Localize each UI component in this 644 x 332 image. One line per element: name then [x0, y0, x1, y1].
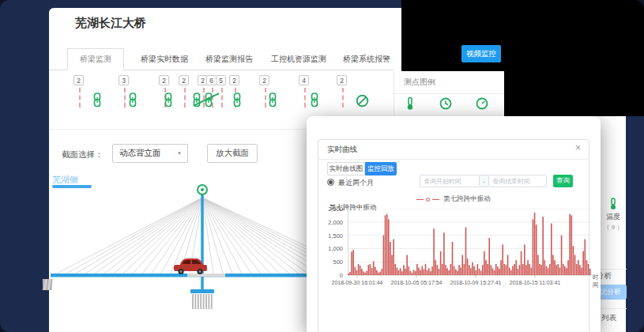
y-tick-label: 2,000 [314, 219, 343, 226]
query-end-time-input[interactable] [488, 175, 547, 187]
y-tick-label: 2,500 [314, 206, 343, 213]
bar [416, 264, 418, 275]
chain-sensor-icon[interactable] [310, 92, 319, 108]
bar [386, 214, 388, 275]
legend-item-temperature[interactable]: 温度 （ 9 ） [601, 198, 625, 232]
video-monitoring-button[interactable]: 视频监控 [461, 45, 501, 62]
tab-monitoring-playback[interactable]: 监控回放 [365, 162, 397, 175]
bar [421, 266, 423, 275]
bar [567, 260, 569, 275]
last-two-months-radio[interactable] [327, 179, 334, 186]
query-button[interactable]: 查询 [553, 175, 573, 187]
x-tick-label: 2018-09-30 16:01:44 [326, 280, 389, 285]
clock-icon[interactable] [439, 96, 453, 111]
bar [536, 224, 537, 275]
bar [450, 264, 452, 275]
bar [578, 260, 579, 275]
bar [475, 270, 476, 275]
bar [428, 268, 430, 275]
bar [397, 268, 398, 275]
bar [499, 269, 500, 275]
bar [401, 271, 403, 275]
last-two-months-label: 最近两个月 [338, 178, 374, 188]
realtime-curve-modal: 实时曲线 × 实时曲线图 监控回放 最近两个月 - 查询 第七跨跨中振动 第七跨… [307, 116, 601, 332]
bar [452, 242, 454, 275]
tab-realtime-curve-chart[interactable]: 实时曲线图 [327, 162, 365, 175]
bar [559, 268, 561, 275]
chain-sensor-icon[interactable] [232, 92, 242, 108]
bar [406, 255, 408, 275]
bar [554, 260, 555, 275]
bar [435, 260, 436, 275]
sensor-count-badge: 3 [119, 75, 129, 85]
bar [393, 240, 394, 275]
x-tick-label: 2018-10-09 15:27:41 [444, 280, 507, 285]
thermometer-icon[interactable] [404, 96, 416, 111]
sensor-count-badge: 2 [179, 75, 189, 85]
bar [352, 250, 354, 275]
bar [561, 236, 563, 275]
zoom-section-button[interactable]: 放大截面 [207, 144, 258, 163]
tab-ipc-resource-monitoring[interactable]: 工控机资源监测 [264, 48, 333, 70]
x-tick-label: 2018-10-15 11:03:41 [503, 280, 567, 285]
bar [446, 268, 448, 275]
tab-bridge-system-alarm[interactable]: 桥梁系统报警 [338, 48, 395, 70]
chain-sensor-icon[interactable] [92, 92, 102, 108]
bar [460, 268, 461, 275]
tab-bridge-monitoring-report[interactable]: 桥梁监测报告 [199, 48, 259, 70]
bar [504, 264, 506, 275]
bar [439, 269, 440, 275]
bar [394, 264, 396, 275]
chain-sensor-icon[interactable] [268, 92, 277, 108]
bar [391, 255, 393, 275]
bar [533, 219, 534, 275]
close-icon[interactable]: × [575, 142, 581, 153]
bar [585, 240, 586, 275]
query-start-time-input[interactable] [420, 175, 480, 187]
bar [472, 262, 473, 275]
gauge-icon[interactable] [475, 96, 489, 111]
bar [573, 246, 574, 275]
vibration-chart [348, 209, 591, 281]
dialog-title: 实时曲线 [327, 145, 357, 155]
bar [491, 265, 492, 275]
section-select-dropdown[interactable]: 动态背立面 ▼ [112, 144, 188, 163]
bar [544, 260, 546, 275]
bar [507, 255, 509, 275]
bar [495, 264, 497, 275]
bar [400, 268, 401, 275]
bridge-abutment [43, 279, 52, 290]
tab-bridge-realtime-data[interactable]: 桥梁实时数据 [134, 48, 194, 70]
tab-bridge-monitoring[interactable]: 桥梁监测 [67, 48, 124, 70]
thermometer-icon [608, 198, 619, 210]
bar [552, 255, 554, 275]
y-tick-label: 1,500 [314, 232, 343, 240]
alarm-dash-line [184, 88, 186, 108]
bar [364, 273, 366, 275]
bar [410, 271, 412, 275]
chain-sensor-icon[interactable] [128, 92, 137, 108]
bar [448, 270, 450, 275]
bar [420, 270, 421, 275]
bar [586, 260, 588, 275]
sensor-count-badge: 2 [337, 75, 347, 85]
bar [579, 265, 581, 275]
sensor-count-badge: 4 [299, 75, 309, 85]
bar [525, 265, 527, 275]
ban-sensor-icon[interactable] [356, 94, 369, 108]
range-separator: - [480, 175, 488, 187]
alarm-dash-line [304, 88, 306, 108]
bar [482, 265, 484, 275]
legend-item-count: （ 9 ） [601, 223, 625, 232]
bar [455, 270, 457, 275]
bar [514, 264, 515, 275]
bar [574, 255, 576, 275]
chain-sensor-icon[interactable] [164, 92, 173, 108]
bar [363, 271, 364, 275]
alarm-dash-line [79, 88, 81, 108]
legend-item-label: 温度 [601, 212, 625, 222]
bar [433, 228, 435, 275]
bar [469, 265, 470, 275]
bar [492, 268, 494, 275]
bar [549, 264, 551, 275]
